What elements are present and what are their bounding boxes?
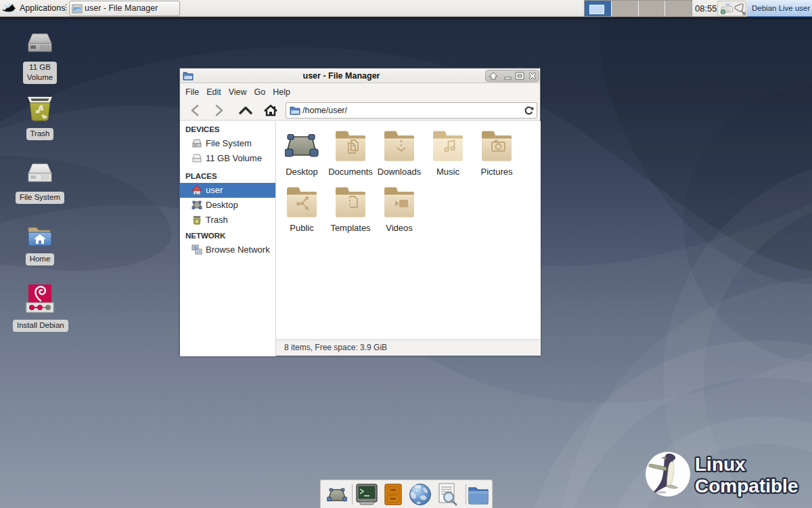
svg-text:Linux: Linux <box>695 454 746 475</box>
svg-text:Compatible: Compatible <box>695 475 798 496</box>
